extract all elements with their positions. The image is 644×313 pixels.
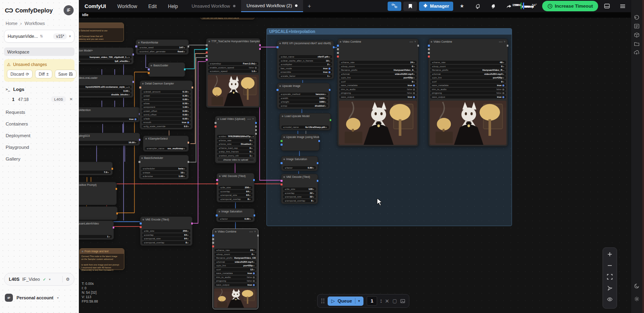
node-title-bar[interactable]: Load Video (Upload)••• ? [215, 116, 256, 121]
increase-timeout-button[interactable]: Increase Timeout [542, 1, 598, 11]
node-menu-dots-icon[interactable]: ••• ? [410, 41, 416, 43]
output-pin[interactable] [132, 54, 134, 56]
widget-trim-to-audio[interactable]: trim_to_audiofalse [215, 276, 256, 279]
widget-factor[interactable]: factor0.80 [218, 217, 253, 220]
video-preview[interactable] [214, 288, 257, 308]
widget-ensemble[interactable]: ensembletrue [279, 70, 332, 74]
zoom-in-icon[interactable] [607, 251, 613, 257]
theme-moon-icon[interactable] [634, 283, 640, 289]
node-title-bar[interactable]: From image and text [80, 249, 124, 254]
widget-enable-custom-speed[interactable]: enable_custom_speedfalse [208, 66, 258, 69]
widget-tile-size[interactable]: tile_size256 [142, 229, 190, 233]
node-title-bar[interactable]: TTP_TeaCache HunyuanVideo Sampler [206, 39, 260, 44]
widget-loop-count[interactable]: loop_count0 [430, 65, 506, 68]
preview-gallery-icon[interactable] [400, 299, 405, 304]
output-pin[interactable] [507, 45, 509, 47]
widget-format[interactable]: formatvideo/h264-mp4 [339, 72, 417, 76]
input-pin[interactable] [212, 242, 214, 244]
queue-button[interactable]: ▷ Queue ▾ [328, 297, 363, 306]
output-pin[interactable] [255, 133, 257, 135]
discard-button[interactable]: Discard ⟳ [7, 70, 33, 78]
output-pin[interactable] [318, 140, 320, 142]
widget-temporal-size[interactable]: temporal_size32 [283, 195, 316, 198]
input-pin[interactable] [216, 214, 218, 216]
toggle-visibility-icon[interactable] [607, 297, 613, 302]
new-workflow-tab-button[interactable]: + [303, 3, 316, 9]
node-title-bar[interactable]: RandomNoise [136, 40, 188, 45]
breadcrumb-workflows[interactable]: Workflows [25, 21, 45, 26]
collapse-dot-icon[interactable] [219, 175, 221, 177]
input-pin[interactable] [428, 52, 430, 54]
input-pin[interactable] [212, 245, 214, 247]
widget-crf[interactable]: crf12 [215, 268, 256, 271]
output-pin[interactable] [188, 161, 190, 163]
manager-button[interactable]: Manager [419, 2, 453, 11]
widget-overlap[interactable]: overlap32 [283, 192, 316, 195]
node-video-combine[interactable]: Video Combine••• ?frame_rate48loop_count… [428, 39, 508, 146]
node-upscale-image[interactable]: Upscale Imageupscale_methodlanczoswidth1… [277, 83, 330, 109]
tab-unsaved-workflow-2[interactable]: Unsaved Workflow (2) [241, 0, 303, 12]
node-ttp-teacache-hunyuanvideo-sampler[interactable]: TTP_TeaCache HunyuanVideo Samplerspeedup… [206, 38, 260, 108]
node-title-bar[interactable]: KSamplerSelect [143, 136, 188, 141]
cloud-upload-icon[interactable] [634, 50, 640, 56]
widget-scale-factor[interactable]: scale_factor1 [279, 74, 332, 78]
widget-end[interactable]: end0.80 [142, 98, 191, 101]
widget-pingpong[interactable]: pingpongfalse [430, 91, 506, 95]
collapse-dot-icon[interactable] [145, 138, 147, 140]
collapse-dot-icon[interactable] [279, 43, 281, 44]
node-video-combine[interactable]: Video Combine••• ?frame_rate24loop_count… [213, 229, 258, 309]
collapse-dot-icon[interactable] [340, 41, 341, 43]
widget-filename-prefix[interactable]: filename_prefixHunyuanVideo_CD_ [215, 256, 256, 259]
input-pin[interactable] [206, 51, 208, 54]
input-pin[interactable] [337, 48, 339, 50]
node-title-bar[interactable]: Detail Daemon Sampler [140, 81, 192, 86]
widget-denoise[interactable]: denoise1.00 [141, 175, 187, 178]
input-pin[interactable] [215, 126, 217, 128]
widget-format[interactable]: formatvideo/h264-mp4 [430, 72, 506, 76]
input-pin[interactable] [212, 235, 214, 237]
widget-fast-mode[interactable]: fast_modetrue [279, 67, 332, 70]
input-pin[interactable] [337, 52, 339, 54]
widget-tile-size[interactable]: tile_size128 [283, 187, 316, 191]
widget-detail-amount[interactable]: detail_amount0.10 [142, 90, 191, 93]
model-search-button[interactable] [471, 2, 485, 11]
collapse-dot-icon[interactable] [217, 118, 219, 120]
input-pin[interactable] [148, 68, 150, 70]
bottom-panel-toggle-button[interactable] [600, 2, 614, 11]
sidebar-item-requests[interactable]: Requests [0, 106, 78, 118]
input-pin[interactable] [281, 162, 283, 164]
widget-pingpong[interactable]: pingpongfalse [339, 91, 417, 95]
widget-save-metadata[interactable]: save_metadatatrue [215, 272, 256, 275]
horn-alt-button[interactable] [487, 2, 500, 11]
collapse-dot-icon[interactable] [138, 42, 140, 43]
machine-settings-gear-icon[interactable]: ⚙ [66, 277, 70, 282]
widget-trim-to-audio[interactable]: trim_to_audiofalse [339, 88, 417, 91]
widget-custom-speed[interactable]: custom_speed1.0 [208, 70, 258, 73]
widget-bias[interactable]: bias0.50 [142, 102, 191, 105]
node-image-saturation[interactable]: Image Saturationfactor0.80 [281, 156, 318, 171]
widget-save-output[interactable]: save_outputtrue [430, 95, 506, 99]
widget-multiplier[interactable]: multiplier2 [279, 63, 332, 66]
menu-workflow[interactable]: Workflow [117, 4, 137, 9]
collapse-dot-icon[interactable] [431, 41, 432, 43]
input-pin[interactable] [140, 226, 142, 228]
node-detail-daemon-sampler[interactable]: Detail Daemon Samplerdetail_amount0.10st… [140, 80, 193, 130]
input-pin[interactable] [281, 144, 283, 146]
widget-frame-rate[interactable]: frame_rate24 [339, 61, 417, 64]
input-pin[interactable] [216, 179, 218, 181]
widget-tile-size[interactable]: tile_size256 [219, 186, 252, 189]
widget-temporal-overlap[interactable]: temporal_overlap8 [142, 241, 190, 244]
widget-model-name[interactable]: model_name4x-UltraSharp.pth [281, 126, 329, 129]
input-pin[interactable] [277, 46, 279, 48]
video-preview[interactable] [208, 75, 259, 106]
collapse-dot-icon[interactable] [215, 231, 217, 233]
node-title-bar[interactable]: Upscale Image (using Model) [281, 134, 319, 140]
output-pin[interactable] [184, 68, 186, 70]
output-pin[interactable] [254, 214, 256, 216]
stop-icon[interactable]: ▢ [392, 298, 397, 304]
widget-trim-to-audio[interactable]: trim_to_audiofalse [430, 88, 506, 91]
output-pin[interactable] [333, 46, 335, 48]
input-pin[interactable] [281, 140, 283, 142]
video-preview[interactable] [430, 101, 506, 145]
collapse-dot-icon[interactable] [219, 211, 220, 212]
